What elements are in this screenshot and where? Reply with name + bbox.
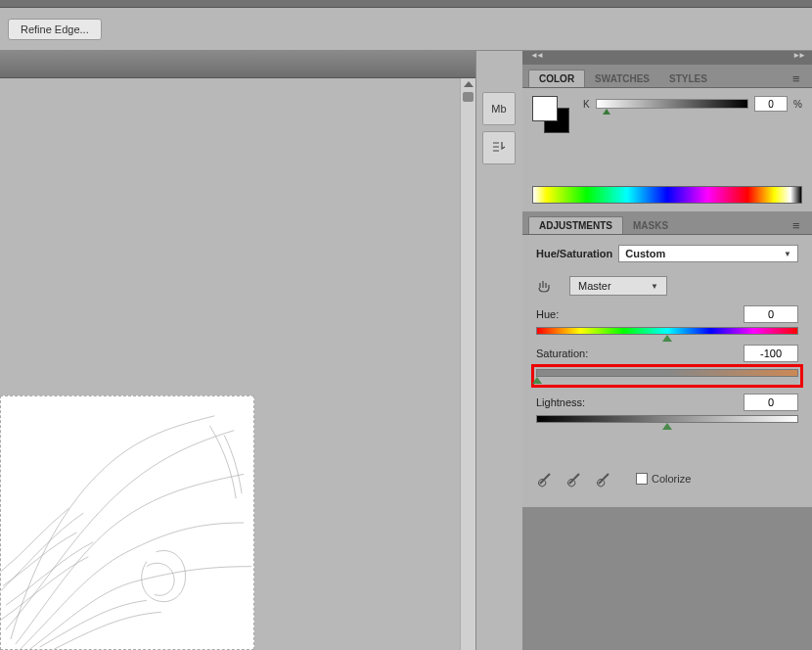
lightness-handle-icon[interactable] (662, 423, 672, 430)
colorize-label: Colorize (652, 473, 691, 485)
panel-collapse-bar[interactable] (522, 51, 812, 65)
panel-menu-icon[interactable] (792, 216, 806, 230)
color-panel-body: K % (522, 88, 812, 211)
lightness-label: Lightness: (536, 396, 585, 408)
main-area: Mb COLOR SWATCHES STYLES K % (0, 51, 812, 650)
saturation-input[interactable] (744, 345, 798, 362)
hue-block: Hue: (536, 305, 798, 335)
eyedropper-icon[interactable] (536, 470, 554, 488)
adj-title: Hue/Saturation (536, 248, 612, 259)
k-value-input[interactable] (754, 96, 788, 112)
highlight-annotation (531, 364, 803, 388)
saturation-handle-icon[interactable] (532, 377, 542, 384)
colorize-checkbox[interactable] (636, 473, 648, 485)
saturation-label: Saturation: (536, 348, 588, 359)
hue-handle-icon[interactable] (662, 335, 672, 342)
preset-value: Custom (625, 248, 665, 259)
tab-masks[interactable]: MASKS (623, 217, 678, 234)
tab-adjustments[interactable]: ADJUSTMENTS (528, 216, 623, 234)
chevron-down-icon: ▼ (651, 282, 658, 291)
targeted-adjust-icon[interactable] (536, 278, 552, 294)
window-top-strip (0, 0, 812, 8)
lightness-input[interactable] (744, 394, 798, 411)
range-value: Master (578, 280, 611, 292)
tab-styles[interactable]: STYLES (659, 70, 717, 87)
refine-edge-button[interactable]: Refine Edge... (8, 19, 102, 40)
panel-menu-icon[interactable] (792, 70, 806, 83)
collapsed-panel-strip: Mb (475, 51, 522, 650)
hue-input[interactable] (744, 305, 798, 323)
svg-rect-0 (1, 396, 253, 649)
channel-label: K (583, 99, 590, 110)
preset-select[interactable]: Custom ▼ (618, 245, 798, 262)
tab-color[interactable]: COLOR (528, 70, 585, 87)
foreground-color-swatch[interactable] (532, 96, 558, 121)
adjustments-panel-tabs: ADJUSTMENTS MASKS (522, 211, 812, 235)
right-panels: COLOR SWATCHES STYLES K % ADJUSTM (522, 51, 812, 650)
lightness-slider[interactable] (536, 415, 798, 423)
vertical-scrollbar[interactable] (460, 78, 475, 650)
slider-handle-icon[interactable] (603, 109, 610, 115)
lightness-block: Lightness: (536, 394, 798, 423)
paragraph-panel-icon[interactable] (482, 131, 516, 164)
eyedropper-add-icon[interactable] (565, 470, 583, 488)
document-tabs-bar[interactable] (0, 51, 475, 78)
canvas-column (0, 51, 475, 650)
document-image[interactable] (0, 395, 254, 650)
saturation-block: Saturation: (536, 345, 798, 388)
chevron-down-icon: ▼ (784, 250, 791, 258)
range-select[interactable]: Master ▼ (569, 276, 667, 296)
mb-panel-icon[interactable]: Mb (482, 92, 516, 125)
hue-slider[interactable] (536, 327, 798, 335)
eyedropper-subtract-icon[interactable] (595, 470, 612, 488)
tab-swatches[interactable]: SWATCHES (585, 70, 659, 87)
saturation-slider[interactable] (536, 369, 798, 377)
foreground-background-swatch[interactable] (532, 96, 569, 133)
color-ramp[interactable] (532, 186, 802, 204)
k-unit-label: % (793, 99, 802, 110)
hue-label: Hue: (536, 308, 559, 320)
scroll-thumb[interactable] (463, 92, 474, 102)
k-slider[interactable] (596, 99, 748, 109)
scroll-up-arrow-icon[interactable] (464, 81, 474, 87)
adjustments-panel-body: Hue/Saturation Custom ▼ Master ▼ Hue: (522, 235, 812, 507)
color-panel-tabs: COLOR SWATCHES STYLES (522, 65, 812, 88)
eyedropper-row: Colorize (536, 470, 798, 488)
canvas-area[interactable] (0, 78, 475, 650)
options-bar: Refine Edge... (0, 8, 812, 51)
